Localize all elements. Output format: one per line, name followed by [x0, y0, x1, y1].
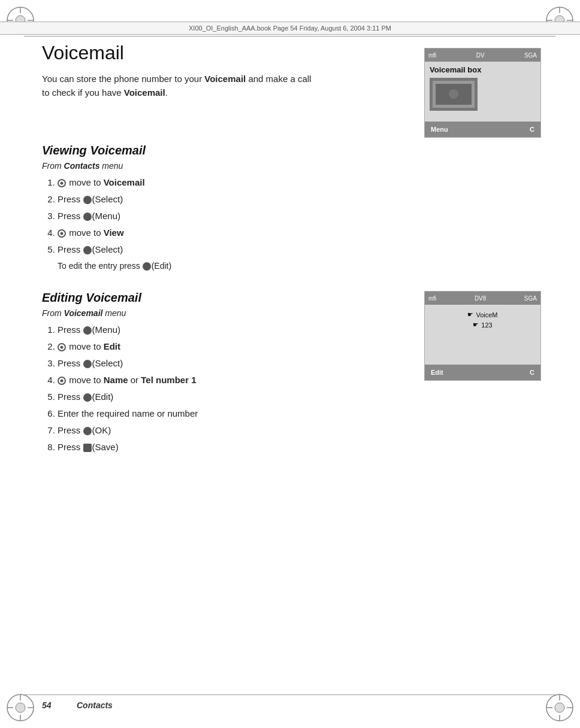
svg-point-19	[555, 703, 564, 712]
section1-steps: move to Voicemail Press (Select) Press (…	[42, 174, 406, 274]
header-text: XI00_OI_English_AAA.book Page 54 Friday,…	[189, 25, 391, 32]
footer: 54 Contacts	[42, 700, 113, 710]
svg-point-13	[16, 703, 25, 712]
section2-step8: Press (Save)	[58, 439, 406, 455]
corner-decoration-br	[544, 692, 575, 723]
section1-sub-step: To edit the entry press (Edit)	[58, 261, 171, 271]
soft-key-icon	[83, 393, 92, 402]
section2-step1: Press (Menu)	[58, 321, 406, 338]
section1-step2: Press (Select)	[58, 191, 406, 207]
screen2-header-left: mfi	[428, 295, 436, 302]
section2-step4: move to Name or Tel number 1	[58, 372, 406, 388]
page-number: 54	[42, 700, 60, 710]
screen1-header-right: SGA	[524, 52, 537, 59]
section2: Editing Voicemail From Voicemail menu Pr…	[42, 291, 544, 456]
soft-key-icon	[143, 262, 151, 271]
section2-step2: move to Edit	[58, 338, 406, 354]
section2-heading: Editing Voicemail	[42, 291, 406, 305]
nav-key-icon	[58, 377, 66, 385]
soft-key-icon	[83, 196, 92, 204]
section2-from-bold: Voicemail	[64, 308, 103, 318]
page-title: Voicemail	[42, 42, 406, 64]
section1: Viewing Voicemail From Contacts menu mov…	[42, 144, 544, 274]
screen1-header: mfi DV SGA	[425, 48, 540, 62]
screen2-footer: Edit C	[425, 365, 540, 380]
section1-image-col	[424, 144, 544, 274]
nav-key-icon	[58, 229, 66, 238]
screen1-body: Voicemail box	[425, 62, 540, 122]
section2-step6: Enter the required name or number	[58, 405, 406, 421]
section1-step3: Press (Menu)	[58, 208, 406, 224]
screen2-footer-left: Edit	[431, 369, 443, 376]
step4-tel-bold: Tel number 1	[141, 375, 196, 385]
screen1-container: mfi DV SGA Voicemail box	[424, 42, 544, 138]
step1-bold: Voicemail	[104, 177, 145, 187]
soft-key-icon	[83, 326, 92, 335]
step4-bold: View	[104, 228, 124, 238]
section2-step7: Press (OK)	[58, 422, 406, 438]
screen1-footer-right: C	[530, 126, 534, 133]
section1-from-bold: Contacts	[64, 161, 100, 171]
section2-step3: Press (Select)	[58, 355, 406, 371]
step4-name-bold: Name	[104, 375, 128, 385]
bottom-rule	[24, 694, 556, 695]
title-intro-col: Voicemail You can store the phone number…	[42, 42, 406, 138]
screen2-body: ☛ VoiceM ☛ 123	[425, 305, 540, 365]
corner-decoration-bl	[5, 692, 36, 723]
soft-key-icon	[83, 427, 92, 435]
screen1-title-text: Voicemail box	[430, 65, 481, 74]
main-content: Voicemail You can store the phone number…	[42, 42, 544, 680]
nav-key-icon	[58, 343, 66, 351]
screen2-row1-text: VoiceM	[476, 311, 497, 318]
section2-from: From Voicemail menu	[42, 308, 406, 318]
screen2-row1: ☛ VoiceM	[467, 311, 497, 318]
soft-key-icon	[83, 360, 92, 368]
screen1-header-left: mfi	[428, 52, 436, 59]
screen2-footer-right: C	[530, 369, 534, 376]
screen2-row1-bullet: ☛	[467, 311, 473, 318]
screen2-row2-text: 123	[481, 321, 492, 329]
screen1-footer-left: Menu	[431, 126, 448, 133]
screen2-header: mfi DV8 SGA	[425, 292, 540, 305]
intro-paragraph: You can store the phone number to your V…	[42, 72, 318, 99]
section2-steps: Press (Menu) move to Edit Press (Select)…	[42, 321, 406, 455]
svg-point-26	[449, 89, 458, 99]
screen2-row2-bullet: ☛	[473, 321, 479, 329]
section2-text: Editing Voicemail From Voicemail menu Pr…	[42, 291, 406, 456]
soft-key-icon	[83, 246, 92, 254]
phone-screen-1: mfi DV SGA Voicemail box	[424, 48, 541, 138]
top-rule	[24, 36, 556, 37]
footer-section: Contacts	[77, 700, 113, 710]
screen2-header-right: SGA	[524, 295, 537, 302]
section1-step5: Press (Select) To edit the entry press (…	[58, 241, 406, 274]
screen1-footer: Menu C	[425, 122, 540, 137]
screen2-row2: ☛ 123	[473, 321, 492, 329]
step2-bold: Edit	[104, 341, 120, 351]
nav-key-icon	[58, 179, 66, 187]
section1-heading: Viewing Voicemail	[42, 144, 406, 157]
save-key-icon	[83, 444, 92, 452]
screen1-header-mid: DV	[476, 52, 485, 59]
soft-key-icon	[83, 213, 92, 221]
section1-from: From Contacts menu	[42, 161, 406, 171]
section2-step5: Press (Edit)	[58, 389, 406, 405]
section2-image-col: mfi DV8 SGA ☛ VoiceM ☛ 123 Edit	[424, 291, 544, 456]
section1-step4: move to View	[58, 225, 406, 241]
intro-bold2: Voicemail	[124, 87, 165, 98]
section1-text: Viewing Voicemail From Contacts menu mov…	[42, 144, 406, 274]
intro-bold1: Voicemail	[204, 74, 246, 84]
header-bar: XI00_OI_English_AAA.book Page 54 Friday,…	[0, 22, 580, 35]
screen2-header-mid: DV8	[475, 295, 486, 302]
section1-step1: move to Voicemail	[58, 174, 406, 190]
phone-screen-2: mfi DV8 SGA ☛ VoiceM ☛ 123 Edit	[424, 291, 541, 381]
screen1-image	[430, 78, 478, 111]
